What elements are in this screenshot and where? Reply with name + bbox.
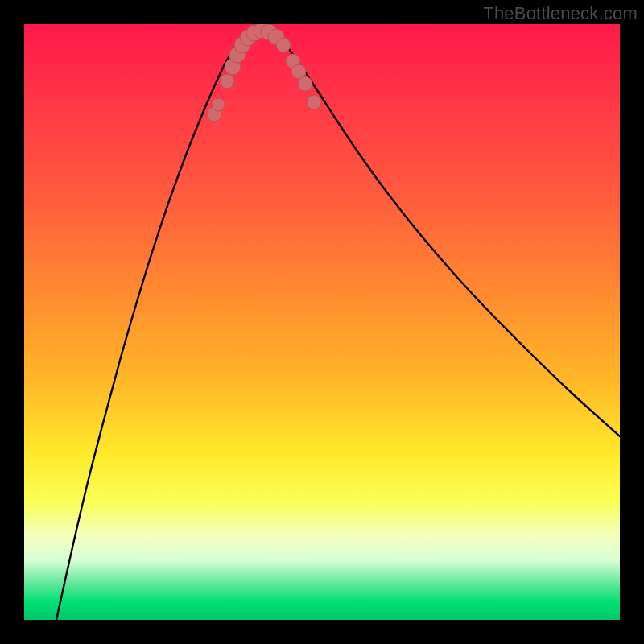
curve-marker xyxy=(298,76,312,91)
curve-marker xyxy=(212,98,225,111)
plot-area xyxy=(24,24,620,620)
curve-marker xyxy=(276,38,291,52)
curve-marker xyxy=(307,95,321,109)
chart-frame: TheBottleneck.com xyxy=(0,0,644,644)
chart-svg xyxy=(24,24,620,620)
curve-marker xyxy=(220,74,234,89)
bottleneck-curve xyxy=(56,31,620,620)
watermark-text: TheBottleneck.com xyxy=(483,3,638,24)
